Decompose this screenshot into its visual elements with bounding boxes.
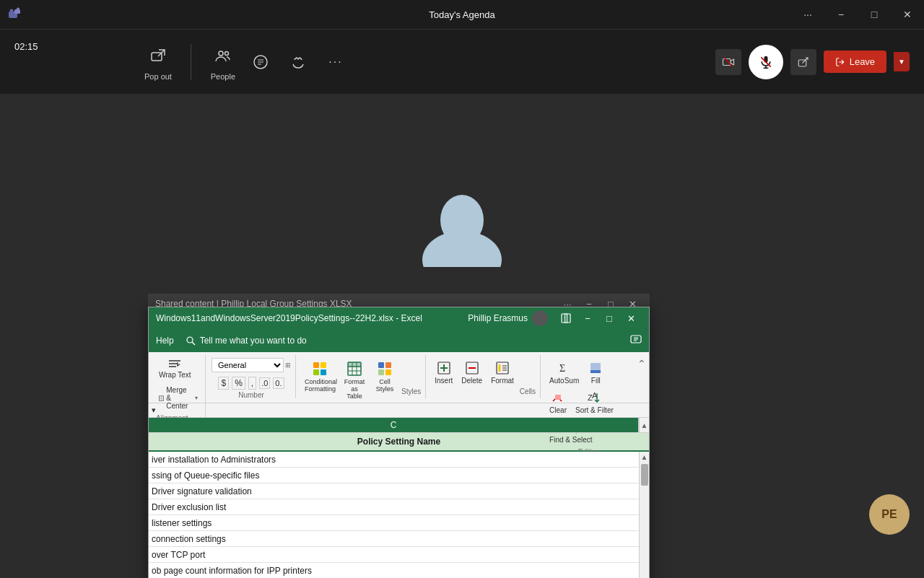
svg-rect-18 xyxy=(565,314,567,323)
increase-decimal-button[interactable]: 0. xyxy=(273,377,284,389)
share-button[interactable] xyxy=(790,49,816,75)
svg-point-19 xyxy=(187,337,193,343)
insert-button[interactable]: Insert xyxy=(432,359,456,386)
svg-rect-30 xyxy=(313,369,319,375)
svg-point-16 xyxy=(422,231,502,267)
merge-center-button[interactable]: Merge & Center ▾ xyxy=(156,385,201,411)
excel-tell-me-field[interactable]: Tell me what you want to do xyxy=(186,336,307,346)
leave-button[interactable]: Leave xyxy=(824,51,886,73)
table-row: over TCP port xyxy=(149,547,649,563)
excel-titlebar: Windows11andWindowsServer2019PolicySetti… xyxy=(149,307,649,329)
call-controls-right: Leave ▼ xyxy=(715,45,910,79)
format-label: Format xyxy=(491,377,514,385)
currency-button[interactable]: $ xyxy=(218,377,229,390)
excel-layout-button[interactable] xyxy=(555,307,577,329)
minimize-button[interactable]: − xyxy=(824,0,858,29)
mute-button[interactable] xyxy=(749,45,783,79)
pop-out-label: Pop out xyxy=(144,72,172,81)
right-scrollbar-top[interactable]: ▲ xyxy=(639,418,649,432)
people-icon xyxy=(210,43,236,69)
cell-styles-label: Cell Styles xyxy=(374,378,396,393)
toolbar-divider-1 xyxy=(191,44,191,80)
pop-out-button[interactable]: Pop out xyxy=(144,43,172,81)
svg-rect-54 xyxy=(555,395,561,400)
scroll-down-btn[interactable]: ▾ xyxy=(152,406,156,415)
camera-button[interactable] xyxy=(715,49,741,75)
autosum-button[interactable]: Σ AutoSum xyxy=(546,359,582,386)
table-row: ob page count information for IPP printe… xyxy=(149,563,649,578)
autosum-label: AutoSum xyxy=(549,377,579,385)
ribbon-alignment-section: Wrap Text Merge & Center ▾ xyxy=(152,355,206,425)
conditional-formatting-group: Conditional Formatting xyxy=(302,359,338,394)
window-controls: ··· − □ ✕ xyxy=(791,0,924,29)
clear-button[interactable]: Clear xyxy=(546,389,570,416)
policy-header-text: Policy Setting Name xyxy=(357,437,440,447)
svg-rect-37 xyxy=(348,362,361,367)
excel-data-area: iver installation to Administrators ssin… xyxy=(149,452,649,578)
pop-out-icon xyxy=(145,43,171,69)
chat-icon xyxy=(248,49,274,75)
number-format-select[interactable]: General xyxy=(212,358,284,372)
sort-filter-label: Sort & Filter xyxy=(575,406,614,414)
delete-button[interactable]: Delete xyxy=(458,359,485,386)
column-c-header[interactable]: C xyxy=(149,418,639,432)
svg-rect-29 xyxy=(321,362,326,368)
cell-styles-group: Cell Styles xyxy=(371,359,398,394)
leave-label: Leave xyxy=(850,56,875,67)
more-button[interactable]: ··· xyxy=(323,49,349,75)
format-table-group: Format as Table xyxy=(341,359,368,401)
wrap-text-button[interactable]: Wrap Text xyxy=(156,358,194,380)
column-header-row: C ▲ xyxy=(149,418,649,433)
pe-initials: PE xyxy=(881,508,897,521)
chat-button[interactable] xyxy=(248,49,274,75)
right-scrollbar[interactable]: ▲ ▼ xyxy=(639,452,649,578)
excel-maximize-button[interactable]: □ xyxy=(598,307,620,329)
comma-button[interactable]: , xyxy=(248,377,256,390)
svg-point-6 xyxy=(225,51,228,55)
svg-rect-40 xyxy=(378,369,384,375)
teams-toolbar: 02:15 Pop out Peop xyxy=(0,29,924,94)
excel-help-button[interactable]: Help xyxy=(156,336,174,346)
format-table-label: Format as Table xyxy=(344,378,365,400)
tell-me-label: Tell me what you want to do xyxy=(200,336,307,346)
excel-window: Windows11andWindowsServer2019PolicySetti… xyxy=(148,307,650,578)
people-button[interactable]: People xyxy=(210,43,236,81)
teams-logo-icon xyxy=(0,0,29,29)
feedback-button[interactable] xyxy=(630,333,642,348)
ribbon-collapse-button[interactable]: ⌃ xyxy=(637,358,646,369)
svg-point-5 xyxy=(219,51,223,56)
format-as-table-button[interactable]: Format as Table xyxy=(341,359,368,401)
maximize-button[interactable]: □ xyxy=(858,0,891,29)
svg-line-20 xyxy=(192,342,195,345)
main-content-area: Shared content | Phillip Local Group Set… xyxy=(0,94,924,578)
close-button[interactable]: ✕ xyxy=(891,0,924,29)
decrease-decimal-button[interactable]: .0 xyxy=(259,377,270,389)
conditional-formatting-button[interactable]: Conditional Formatting xyxy=(302,359,338,394)
reactions-button[interactable] xyxy=(285,49,311,75)
scroll-up-arrow[interactable]: ▲ xyxy=(641,453,648,461)
fill-button[interactable]: Fill xyxy=(585,359,606,386)
format-button[interactable]: Format xyxy=(488,359,517,386)
ribbon-editing-section: Σ AutoSum Fill xyxy=(542,355,636,398)
svg-point-3 xyxy=(10,9,14,13)
percent-button[interactable]: % xyxy=(232,377,245,390)
scrollbar-thumb[interactable] xyxy=(641,464,648,486)
reactions-icon xyxy=(285,49,311,75)
more-options-button[interactable]: ··· xyxy=(791,0,824,29)
wrap-text-label: Wrap Text xyxy=(159,371,191,379)
excel-title: Windows11andWindowsServer2019PolicySetti… xyxy=(156,313,468,323)
cell-styles-button[interactable]: Cell Styles xyxy=(371,359,398,394)
excel-close-button[interactable]: ✕ xyxy=(620,307,642,329)
leave-chevron-button[interactable]: ▼ xyxy=(894,52,910,71)
styles-label: Styles xyxy=(401,387,421,395)
number-label: Number xyxy=(238,391,264,399)
insert-label: Insert xyxy=(435,377,453,385)
excel-minimize-button[interactable]: − xyxy=(577,307,598,329)
number-format-expand[interactable]: ⊞ xyxy=(285,362,291,369)
merge-center-label: Merge & Center xyxy=(166,386,193,410)
table-row: iver installation to Administrators xyxy=(149,452,649,468)
svg-rect-53 xyxy=(590,363,601,370)
fill-label: Fill xyxy=(591,377,601,385)
sort-filter-button[interactable]: Z A Sort & Filter xyxy=(572,389,616,416)
share-button-group xyxy=(790,49,816,75)
